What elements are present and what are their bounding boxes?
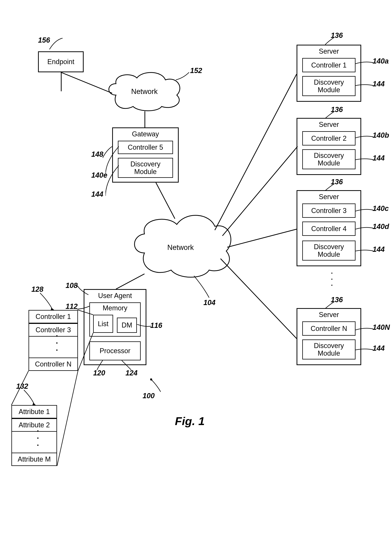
- server-3-disc-label: Discovery Module: [303, 243, 355, 258]
- server-2-ctrl-ref: 140b: [373, 131, 389, 139]
- server-3-ctrl-b-label: Controller 4: [311, 225, 347, 233]
- server-3-ctrl-b-ref: 140d: [373, 223, 389, 231]
- network2-label: Network: [131, 87, 158, 96]
- gateway-controller: Controller 5: [118, 141, 173, 154]
- server-3-label: Server: [319, 193, 339, 201]
- gateway-controller-label: Controller 5: [128, 143, 163, 151]
- svg-line-3: [78, 310, 93, 315]
- server-n-disc: Discovery Module: [302, 339, 356, 360]
- endpoint-label: Endpoint: [47, 58, 74, 66]
- server-n-ctrl: Controller N: [302, 321, 356, 336]
- gateway-discovery: Discovery Module: [118, 158, 173, 178]
- dm-label: DM: [122, 321, 132, 329]
- server-2-disc-label: Discovery Module: [303, 152, 355, 167]
- controller-list-ref: 128: [31, 285, 43, 293]
- endpoint-box: Endpoint: [38, 51, 84, 72]
- svg-line-13: [221, 259, 297, 338]
- server-2-ctrl: Controller 2: [302, 131, 356, 146]
- ua-ref: 108: [66, 282, 77, 290]
- server-1-label: Server: [319, 47, 339, 55]
- svg-line-11: [222, 147, 298, 236]
- svg-line-0: [61, 72, 112, 93]
- endpoint-ref: 156: [38, 36, 50, 44]
- server-3-ctrl-a-label: Controller 3: [311, 207, 347, 215]
- figure-label: Fig. 1: [175, 415, 205, 428]
- server-1-disc: Discovery Module: [302, 76, 356, 96]
- network2-ref: 152: [190, 67, 202, 75]
- server-1-ctrl: Controller 1: [302, 58, 356, 72]
- server-n-ctrl-label: Controller N: [311, 325, 347, 333]
- mem-ref: 112: [66, 302, 77, 310]
- svg-line-12: [227, 229, 297, 247]
- gateway-ctrl-ref: 140e: [91, 171, 107, 179]
- server-1-ctrl-ref: 140a: [373, 57, 389, 65]
- svg-line-4: [78, 333, 93, 371]
- svg-line-7: [57, 371, 78, 466]
- server-n-disc-label: Discovery Module: [303, 342, 355, 357]
- server-2-disc: Discovery Module: [302, 149, 356, 169]
- user-agent-label: User Agent: [98, 292, 132, 300]
- gateway-disc-ref: 144: [91, 190, 103, 198]
- server-1-disc-label: Discovery Module: [303, 78, 355, 94]
- server-dots: . . .: [329, 272, 340, 287]
- server-n-label: Server: [319, 311, 339, 319]
- dm-box: DM: [117, 317, 137, 333]
- server-n-ctrl-ref: 140N: [373, 323, 390, 331]
- server-3-ctrl-a-ref: 140c: [373, 204, 389, 213]
- server-2-ctrl-label: Controller 2: [311, 134, 347, 142]
- gateway-label: Gateway: [132, 130, 159, 138]
- network1-label: Network: [167, 243, 194, 252]
- svg-marker-5: [51, 308, 54, 310]
- gateway-ref: 148: [91, 150, 103, 158]
- svg-line-2: [116, 274, 145, 289]
- server-2-label: Server: [319, 120, 339, 128]
- attribute-list-ref: 132: [16, 382, 28, 390]
- server-3-ctrl-a: Controller 3: [302, 204, 356, 218]
- server-3-disc: Discovery Module: [302, 240, 356, 261]
- network1-ref: 104: [203, 299, 215, 307]
- server-1-ctrl-label: Controller 1: [311, 61, 347, 69]
- server-3-ctrl-b: Controller 4: [302, 222, 356, 236]
- gateway-discovery-label: Discovery Module: [119, 160, 172, 175]
